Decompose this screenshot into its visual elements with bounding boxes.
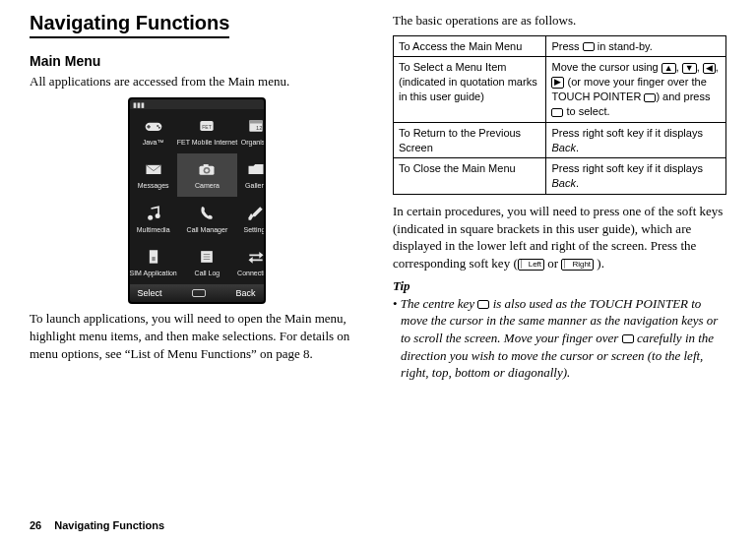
softkey-paragraph: In certain procedures, you will need to … (393, 203, 726, 272)
softkey-center-icon[interactable] (192, 289, 206, 297)
intro-text: All applications are accessed from the M… (30, 73, 363, 90)
svg-point-15 (148, 215, 153, 220)
svg-point-4 (158, 127, 159, 129)
text: Press right soft key if it displays (551, 127, 702, 139)
ops-label: To Select a Menu Item (indicated in quot… (394, 57, 546, 122)
ops-label: To Close the Main Menu (394, 158, 546, 195)
svg-point-13 (206, 169, 209, 172)
softkey-right[interactable]: Back (235, 287, 255, 299)
page-heading: Navigating Functions (30, 10, 229, 38)
svg-point-16 (155, 213, 159, 218)
svg-text:FET: FET (203, 123, 212, 129)
left-key-icon: ◀ (703, 63, 716, 75)
left-softkey-icon: ⎸Left (518, 259, 544, 271)
svg-rect-2 (147, 126, 150, 128)
menu-label: Organiser (241, 138, 266, 147)
centre-key-icon (644, 93, 656, 102)
svg-point-3 (157, 125, 158, 127)
menu-item-internet[interactable]: FET FET Mobile Internet (177, 109, 237, 153)
svg-rect-17 (152, 257, 155, 261)
phone-statusbar: ▮▮▮ (130, 99, 264, 109)
text: to select. (563, 105, 609, 117)
svg-rect-8 (249, 120, 262, 123)
menu-item-settings[interactable]: Settings (237, 197, 265, 241)
footer-section: Navigating Functions (54, 519, 164, 531)
menu-item-sim[interactable]: SIM Application (130, 241, 177, 285)
table-row: To Return to the Previous Screen Press r… (394, 122, 726, 158)
text: Right (572, 260, 591, 269)
camera-icon (194, 159, 220, 179)
text: or (544, 256, 561, 271)
menu-label: Connectivity (237, 269, 265, 277)
folder-icon (243, 159, 265, 179)
tip-list: The centre key is also used as the TOUCH… (393, 295, 726, 382)
tip-item: The centre key is also used as the TOUCH… (393, 295, 726, 382)
ops-intro: The basic operations are as follows. (393, 12, 726, 30)
menu-item-calllog[interactable]: Call Log (177, 241, 237, 285)
menu-label: Messages (138, 181, 169, 190)
ops-desc: Press right soft key if it displays Back… (546, 122, 726, 158)
phone-illustration: ▮▮▮ Java™ FET FET Mobile Internet (128, 97, 266, 304)
menu-label: Java™ (143, 138, 164, 147)
menu-item-java[interactable]: Java™ (130, 109, 177, 153)
svg-rect-14 (204, 164, 209, 167)
launch-paragraph: To launch applications, you will need to… (30, 310, 363, 362)
centre-key-icon (551, 108, 563, 117)
phone-screen: ▮▮▮ Java™ FET FET Mobile Internet (128, 97, 266, 304)
envelope-icon (141, 159, 166, 179)
down-key-icon: ▼ (682, 63, 697, 75)
phone-icon (194, 204, 220, 223)
gamepad-icon (141, 116, 166, 136)
page-footer: 26 Navigating Functions (30, 518, 164, 533)
menu-label: FET Mobile Internet (177, 138, 237, 147)
text: . (576, 142, 579, 153)
ops-desc: Press right soft key if it displays Back… (546, 158, 726, 195)
text: ). (594, 256, 604, 271)
centre-key-icon (477, 300, 489, 309)
ops-label: To Access the Main Menu (394, 35, 546, 57)
ops-desc: Press in stand-by. (546, 35, 726, 57)
text: Left (529, 260, 541, 269)
menu-label: Multimedia (137, 225, 170, 234)
phone-softkey-bar: Select Back (130, 284, 264, 302)
menu-item-connectivity[interactable]: Connectivity (237, 241, 265, 285)
section-heading: Main Menu (30, 52, 363, 71)
right-softkey-icon: ⎸Right (561, 259, 594, 271)
swap-arrows-icon (243, 247, 265, 267)
menu-item-multimedia[interactable]: Multimedia (130, 197, 177, 241)
text: Move the cursor using (551, 61, 661, 73)
menu-label: Settings (244, 225, 266, 234)
menu-label: Call Log (195, 269, 220, 277)
menu-item-organiser[interactable]: 12 Organiser (237, 109, 265, 153)
menu-item-gallery[interactable]: Gallery (237, 153, 265, 198)
globe-icon: FET (194, 116, 220, 136)
table-row: To Access the Main Menu Press in stand-b… (394, 35, 726, 57)
text: Press (551, 40, 582, 52)
right-key-icon: ▶ (551, 77, 564, 89)
up-key-icon: ▲ (662, 63, 676, 75)
wrench-icon (243, 204, 265, 223)
page-number: 26 (30, 519, 41, 531)
menu-item-callmanager[interactable]: Call Manager (177, 197, 237, 241)
centre-key-icon (622, 334, 634, 343)
text: The centre key (401, 296, 478, 311)
italic-text: Back (551, 142, 575, 153)
menu-item-camera[interactable]: Camera (177, 153, 237, 198)
menu-item-messages[interactable]: Messages (130, 153, 177, 198)
table-row: To Select a Menu Item (indicated in quot… (394, 57, 726, 122)
ops-label: To Return to the Previous Screen (394, 122, 546, 158)
music-note-icon (141, 204, 166, 223)
left-column: Navigating Functions Main Menu All appli… (30, 10, 363, 382)
main-menu-grid: Java™ FET FET Mobile Internet 12 Organis… (130, 109, 264, 284)
centre-key-icon (583, 42, 595, 51)
table-row: To Close the Main Menu Press right soft … (394, 158, 726, 195)
text: ) and press (656, 90, 710, 102)
svg-text:12: 12 (256, 125, 262, 131)
text: Press right soft key if it displays (551, 162, 702, 174)
softkey-left[interactable]: Select (138, 287, 162, 299)
text: in stand-by. (595, 40, 653, 52)
menu-label: Gallery (245, 181, 265, 190)
italic-text: Back (551, 177, 575, 189)
menu-label: SIM Application (130, 269, 177, 277)
ops-desc: Move the cursor using ▲, ▼, ◀, ▶ (or mov… (546, 57, 726, 122)
